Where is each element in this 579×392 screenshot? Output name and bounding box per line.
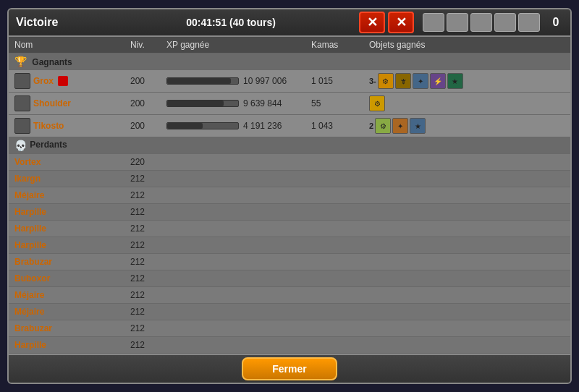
- table-row: Brabuzar 212: [9, 254, 570, 270]
- player-name-cell: Ikargn: [9, 171, 124, 187]
- player-kamas: 55: [305, 93, 363, 115]
- skull-icon: 💀: [14, 140, 26, 151]
- item-icon: 🗡: [395, 73, 411, 89]
- score-box-5: [518, 13, 540, 32]
- player-name: Harpille: [14, 240, 46, 250]
- player-level: 212: [124, 171, 161, 187]
- winners-section-header: 🏆 Gagnants: [9, 54, 570, 70]
- xp-bar-container: [166, 77, 239, 85]
- table-row: Ikargn 212: [9, 171, 570, 187]
- item-icon: ⚙: [378, 73, 394, 89]
- dead-icon: [58, 76, 68, 86]
- player-level: 212: [124, 354, 161, 354]
- title-buttons: ✕ ✕ 0: [359, 12, 563, 33]
- player-items: [363, 270, 570, 287]
- player-level: 212: [124, 337, 161, 354]
- player-name: Méjaire: [14, 290, 44, 300]
- player-items: [363, 254, 570, 270]
- player-kamas: [305, 354, 363, 354]
- table-row: Tikosto 200 4 191 236 1 043 2 ⚙ ✦ ★: [9, 115, 570, 137]
- player-kamas: [305, 254, 363, 270]
- player-kamas: [305, 237, 363, 254]
- timer-section: 00:41:51 (40 tours): [103, 17, 359, 28]
- footer: Fermer: [9, 354, 570, 383]
- player-kamas: [305, 154, 363, 171]
- table-row: Méjaire 212: [9, 187, 570, 204]
- game-window: Victoire 00:41:51 (40 tours) ✕ ✕ 0 Nom N…: [7, 8, 572, 384]
- player-level: 212: [124, 270, 161, 287]
- player-name: Brabuzar: [14, 323, 52, 333]
- player-xp: [161, 171, 305, 187]
- player-level: 212: [124, 304, 161, 320]
- player-name: Méjaire: [14, 190, 44, 200]
- losers-label: 💀 Perdants: [9, 137, 570, 154]
- player-name: Vortex: [14, 157, 41, 167]
- table-row: Shoulder 200 9 639 844 55 ⚙: [9, 93, 570, 115]
- player-items: [363, 154, 570, 171]
- player-name: Grox: [33, 76, 54, 86]
- player-name-cell: Brabuzar: [9, 354, 124, 354]
- results-table-container[interactable]: Nom Niv. XP gagnée Kamas Objets gagnés 🏆…: [9, 37, 570, 354]
- xp-bar: [167, 123, 203, 129]
- player-xp: [161, 237, 305, 254]
- player-name-cell: Harpille: [9, 337, 124, 354]
- close-button-1[interactable]: ✕: [359, 12, 385, 33]
- player-xp: [161, 287, 305, 304]
- close-button-2[interactable]: ✕: [388, 12, 414, 33]
- item-count: 2: [369, 122, 373, 130]
- player-kamas: [305, 304, 363, 320]
- player-xp: [161, 304, 305, 320]
- xp-bar: [167, 78, 231, 84]
- player-xp: [161, 204, 305, 221]
- player-items: [363, 320, 570, 337]
- player-name-cell: Méjaire: [9, 287, 124, 304]
- item-icon: ✦: [413, 73, 428, 89]
- player-kamas: [305, 221, 363, 237]
- score-number: 0: [549, 16, 563, 29]
- avatar: [14, 118, 30, 134]
- player-name-cell: Méjaire: [9, 187, 124, 204]
- losers-section-header: 💀 Perdants: [9, 137, 570, 154]
- player-level: 212: [124, 287, 161, 304]
- player-kamas: 1 043: [305, 115, 363, 137]
- player-name-cell: Grox: [9, 70, 124, 93]
- item-icon: ★: [410, 118, 426, 134]
- table-row: Harpille 212: [9, 237, 570, 254]
- xp-value: 4 191 236: [243, 121, 282, 131]
- player-name-cell: Brabuzar: [9, 320, 124, 337]
- header-kamas: Kamas: [305, 37, 363, 54]
- item-icon: ★: [447, 73, 463, 89]
- player-xp: 10 997 006: [161, 70, 305, 93]
- title-bar: Victoire 00:41:51 (40 tours) ✕ ✕ 0: [9, 9, 570, 37]
- player-name-cell: Harpille: [9, 204, 124, 221]
- player-name-cell: Buboxor: [9, 270, 124, 287]
- table-row: Harpille 212: [9, 221, 570, 237]
- avatar: [14, 73, 30, 89]
- player-level: 200: [124, 70, 161, 93]
- player-name: Méjaire: [14, 307, 44, 317]
- player-level: 220: [124, 154, 161, 171]
- player-level: 212: [124, 254, 161, 270]
- player-name: Buboxor: [14, 273, 50, 284]
- player-items: [363, 171, 570, 187]
- player-level: 200: [124, 93, 161, 115]
- score-box-4: [494, 13, 516, 32]
- player-name-cell: Brabuzar: [9, 254, 124, 270]
- player-items: ⚙: [363, 93, 570, 115]
- player-xp: [161, 270, 305, 287]
- player-kamas: [305, 337, 363, 354]
- table-row: Harpille 212: [9, 337, 570, 354]
- player-level: 212: [124, 237, 161, 254]
- avatar: [14, 95, 30, 111]
- item-count: 3-: [369, 77, 376, 85]
- player-xp: 4 191 236: [161, 115, 305, 137]
- player-kamas: [305, 287, 363, 304]
- player-name-cell: Shoulder: [9, 93, 124, 115]
- player-items: [363, 337, 570, 354]
- trophy-icon: 🏆: [14, 56, 27, 67]
- player-items: [363, 354, 570, 354]
- header-nom: Nom: [9, 37, 124, 54]
- fermer-button[interactable]: Fermer: [242, 357, 337, 380]
- table-row: Vortex 220: [9, 154, 570, 171]
- player-name-cell: Méjaire: [9, 304, 124, 320]
